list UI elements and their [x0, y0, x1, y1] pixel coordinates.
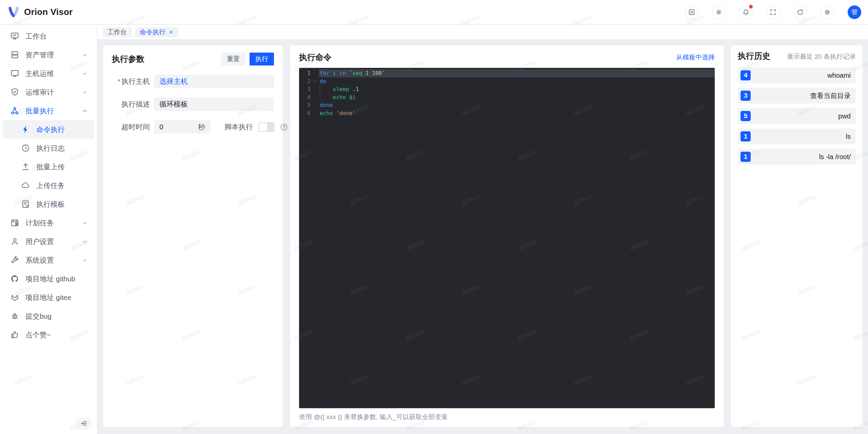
- line-number: 6: [299, 109, 311, 117]
- exec-count-badge: 1: [741, 131, 751, 141]
- sidebar-item-bug[interactable]: 提交bug: [3, 307, 94, 325]
- exec-command-panel: 执行命令 从模板中选择 1for i in `seq 1 100`2do3 sl…: [290, 45, 724, 427]
- fullscreen-icon: [769, 8, 777, 16]
- app-logo: Orion Visor: [7, 7, 73, 18]
- select-from-template-link[interactable]: 从模板中选择: [676, 53, 715, 62]
- app-title: Orion Visor: [24, 7, 73, 17]
- thumbs-up-icon: [10, 330, 19, 339]
- tab-工作台[interactable]: 工作台: [103, 27, 132, 37]
- code-line-content: do: [319, 77, 715, 86]
- notifications-button[interactable]: [739, 5, 753, 19]
- chevron-down-icon: [82, 52, 88, 58]
- lightning-icon: [21, 125, 30, 134]
- line-number: 3: [299, 85, 311, 93]
- sidebar-item-like[interactable]: 点个赞~: [3, 325, 94, 344]
- sidebar-collapse-button[interactable]: [77, 417, 92, 430]
- editor-hint: 使用 @{{ xxx }} 来替换参数, 输入_可以获取全部变量: [299, 413, 715, 421]
- code-line: 4 echo $i: [299, 93, 715, 101]
- sidebar-item-label: 批量上传: [36, 162, 88, 172]
- exec-history-panel: 执行历史 展示最近 20 条执行记录 4whoami3查看当前目录5pwd1ls…: [731, 45, 863, 427]
- sidebar-item-label: 运维审计: [25, 88, 82, 97]
- host-select[interactable]: 选择主机: [154, 75, 274, 88]
- params-title: 执行参数: [112, 54, 144, 64]
- tab-label: 工作台: [107, 28, 127, 37]
- code-line-content: echo 'done': [319, 109, 715, 117]
- cloud-icon: [21, 181, 30, 190]
- sidebar-item-gitee[interactable]: 项目地址 gitee: [3, 288, 94, 307]
- sidebar-item-command-exec[interactable]: 命令执行: [3, 120, 94, 139]
- fold-gutter: [311, 109, 319, 117]
- fold-gutter: [311, 85, 319, 93]
- sidebar-item-exec-log[interactable]: 执行日志: [3, 139, 94, 157]
- history-command: whoami: [827, 72, 851, 79]
- help-icon[interactable]: [280, 123, 288, 131]
- code-line-content: done: [319, 101, 715, 109]
- timeout-input[interactable]: 0 秒: [154, 120, 210, 134]
- template-icon: [21, 200, 30, 209]
- sidebar-item-host-ops[interactable]: 主机运维: [3, 64, 94, 83]
- sidebar-item-label: 上传任务: [36, 181, 88, 190]
- tab-bar: 工作台命令执行: [98, 25, 868, 40]
- sidebar-item-workbench[interactable]: 工作台: [3, 27, 94, 45]
- user-avatar[interactable]: 管: [848, 5, 861, 19]
- fold-chevron-icon[interactable]: [311, 77, 319, 86]
- history-command: pwd: [838, 112, 851, 120]
- code-line-content: echo $i: [319, 93, 715, 101]
- sidebar-item-assets[interactable]: 资产管理: [3, 45, 94, 64]
- refresh-icon: [796, 8, 804, 16]
- line-number: 5: [299, 101, 311, 109]
- sidebar-item-upload-tasks[interactable]: 上传任务: [3, 176, 94, 195]
- code-line: 6echo 'done': [299, 109, 715, 117]
- notification-dot: [749, 5, 753, 8]
- reset-button[interactable]: 重置: [221, 53, 245, 65]
- sidebar-item-label: 执行日志: [36, 144, 88, 153]
- fullscreen-button[interactable]: [766, 5, 780, 19]
- sidebar-item-github[interactable]: 项目地址 github: [3, 269, 94, 288]
- bug-icon: [10, 312, 19, 321]
- sidebar-item-batch-exec[interactable]: 批量执行: [3, 101, 94, 120]
- api-docs-button[interactable]: [685, 5, 698, 19]
- history-title: 执行历史: [738, 51, 770, 61]
- code-line-content: for i in `seq 1 100`: [319, 69, 715, 77]
- chevron-up-icon: [82, 108, 88, 114]
- sidebar-item-label: 执行模板: [36, 200, 88, 209]
- chevron-down-icon: [82, 257, 88, 263]
- execute-button[interactable]: 执行: [250, 53, 274, 65]
- history-row[interactable]: 1ls: [738, 129, 856, 144]
- sidebar-item-system-settings[interactable]: 系统设置: [3, 251, 94, 269]
- tab-label: 命令执行: [140, 28, 165, 37]
- exec-count-badge: 5: [741, 111, 751, 121]
- sidebar-item-batch-upload[interactable]: 批量上传: [3, 157, 94, 176]
- sidebar-item-audit[interactable]: 运维审计: [3, 83, 94, 101]
- settings-button[interactable]: [821, 5, 834, 19]
- line-number: 2: [299, 77, 311, 86]
- upload-icon: [21, 162, 30, 171]
- code-editor[interactable]: 1for i in `seq 1 100`2do3 sleep .14 echo…: [299, 68, 715, 408]
- theme-button[interactable]: [712, 5, 726, 19]
- gitee-icon: [10, 293, 19, 302]
- sidebar-item-schedule[interactable]: 计划任务: [3, 213, 94, 232]
- exec-count-badge: 4: [741, 70, 751, 80]
- sidebar-item-label: 主机运维: [25, 69, 82, 78]
- description-input[interactable]: 循环模板: [154, 97, 274, 111]
- history-row[interactable]: 3查看当前目录: [738, 88, 856, 103]
- refresh-button[interactable]: [793, 5, 807, 19]
- sidebar-item-label: 用户设置: [25, 237, 82, 246]
- tab-命令执行[interactable]: 命令执行: [135, 27, 178, 37]
- history-row[interactable]: 4whoami: [738, 68, 856, 83]
- code-line: 1for i in `seq 1 100`: [299, 69, 715, 77]
- sidebar-item-exec-template[interactable]: 执行模板: [3, 195, 94, 213]
- tab-close-icon[interactable]: [169, 30, 174, 35]
- code-line-content: sleep .1: [319, 85, 715, 93]
- history-command: ls -la /root/: [819, 153, 851, 161]
- history-row[interactable]: 5pwd: [738, 108, 856, 124]
- history-row[interactable]: 1ls -la /root/: [738, 149, 856, 165]
- sidebar-item-label: 项目地址 gitee: [25, 293, 88, 302]
- clock-icon: [21, 144, 30, 153]
- indent-guide: [320, 85, 320, 93]
- line-number: 1: [299, 69, 311, 77]
- script-exec-toggle[interactable]: [258, 122, 275, 132]
- timeout-value: 0: [159, 123, 163, 131]
- sidebar-item-label: 命令执行: [36, 125, 88, 134]
- sidebar-item-user-settings[interactable]: 用户设置: [3, 232, 94, 251]
